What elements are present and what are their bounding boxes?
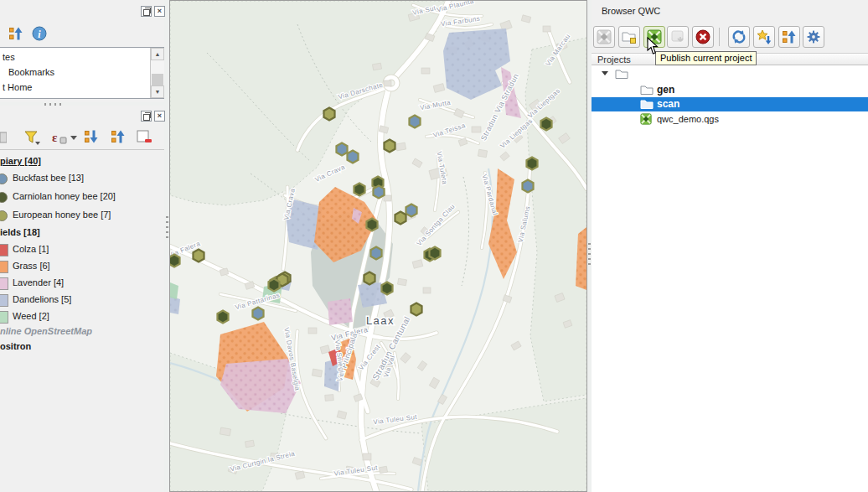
collapse-all-icon[interactable] [8,26,25,43]
save-project-icon [670,29,685,44]
close-panel-button[interactable]: × [154,111,165,122]
apiary-marker [364,272,375,285]
mouse-cursor [647,37,660,55]
project-tree-row-scan[interactable]: scan [592,97,868,111]
apiary-marker [366,219,377,231]
legend-fill-swatch [0,261,8,273]
float-panel-button[interactable] [141,111,152,122]
apiary-marker [540,118,551,131]
add-favorite-button[interactable] [753,26,775,48]
info-icon[interactable]: i [32,26,49,43]
legend-item-label: ields [18] [0,227,40,237]
scrollbar-thumb[interactable] [152,74,163,85]
project-tree-row-qwc_demo-qgs[interactable]: qwc_demo.qgs [592,112,868,127]
scroll-up-button[interactable]: ▲ [151,48,164,60]
add-favorite-icon [757,29,772,44]
apiary-marker [323,108,334,121]
scroll-down-button[interactable]: ▼ [151,85,164,98]
legend-point-swatch [0,192,8,203]
expand-all-icon[interactable] [84,129,101,146]
new-folder-button[interactable] [618,26,640,48]
qwc-browser-panel: Browser QWC genscanqwc_demo.qgs Projects… [592,0,868,492]
refresh-button[interactable] [728,26,750,48]
browser-list-item[interactable]: tes [3,52,15,62]
refresh-icon [731,29,747,44]
remove-layer-icon[interactable] [136,129,152,146]
apiary-marker [268,279,279,292]
collapse-tree-button[interactable] [778,26,800,48]
float-panel-button[interactable] [141,6,152,17]
browser-list-item[interactable]: t Home [3,82,32,92]
map-image: Via DarschateVia SutVia PlauntaVia Farbu… [170,1,586,491]
apiary-marker [411,303,421,316]
legend-fill-swatch [0,294,8,307]
tree-item-label: gen [657,84,674,96]
apiary-marker [429,247,440,260]
apiary-marker [381,282,392,295]
save-project-button[interactable] [667,26,689,48]
collapse-tree-icon [782,29,797,44]
legend-item-label: Lavender [4] [13,277,64,287]
town-label: Laax [366,314,395,327]
expression-filter-icon[interactable]: ε [50,129,77,146]
folder-icon [615,68,628,81]
legend-item-label: Buckfast bee [13] [13,173,84,183]
project-tree-row-gen[interactable]: gen [592,83,868,97]
legend-item-label: piary [40] [0,156,41,166]
legend-point-swatch [0,173,8,184]
apiary-marker [252,308,263,320]
project-tree-row-root[interactable] [592,67,868,81]
legend-item-label: Carniolan honey bee [20] [13,191,116,201]
remove-project-icon [695,29,710,44]
apiary-marker [406,205,416,217]
folder-icon [640,98,654,111]
expand-arrow-icon[interactable] [602,71,608,75]
qgs-icon [640,113,652,127]
load-project-icon [597,29,612,44]
map-panel-splitter[interactable] [588,243,591,267]
browser-panel: × i tesBookmarkst Home ▲ ▼ [0,0,164,102]
legend-item-label: ositron [0,341,31,351]
apiary-marker [347,151,358,163]
apiary-marker [522,180,533,193]
apiary-marker [370,247,381,260]
new-folder-icon [622,29,637,44]
toolbar-separator [719,28,720,46]
apiary-marker [217,311,228,324]
tree-item-label: scan [657,98,679,110]
load-project-button[interactable] [593,26,615,48]
close-panel-button[interactable]: × [154,6,165,17]
filter-legend-icon[interactable] [23,129,40,146]
apiary-marker [409,116,420,128]
legend-item-label: Weed [2] [13,311,49,321]
apiary-marker [336,143,347,156]
layers-legend: piary [40]Buckfast bee [13]Carniolan hon… [0,149,164,492]
browser-list-item[interactable]: Bookmarks [8,67,54,77]
legend-fill-swatch [0,311,8,324]
projects-header-label: Projects [597,54,631,65]
apiary-marker [193,250,204,262]
legend-fill-swatch [0,277,8,290]
tree-item-label: qwc_demo.qgs [657,114,719,124]
remove-project-button[interactable] [692,26,714,48]
layers-panel: × ε piary [40]Buckfast bee [13]Carniolan… [0,106,164,492]
map-canvas[interactable]: Via DarschateVia SutVia PlauntaVia Farbu… [169,0,587,492]
apiary-marker [395,212,406,225]
apiary-marker [354,184,364,196]
tooltip: Publish current project [655,51,757,65]
apiary-marker [384,140,395,153]
settings-icon [806,29,821,44]
field-lavender [328,298,353,325]
settings-button[interactable] [803,26,824,48]
browser-list: tesBookmarkst Home [0,47,164,99]
legend-item-label: Dandelions [5] [13,294,71,304]
apiary-marker [373,186,384,199]
dock-map-splitter[interactable] [166,216,168,240]
legend-point-swatch [0,210,8,221]
apiary-marker [170,255,180,267]
folder-icon [640,84,654,97]
projects-tree: genscanqwc_demo.qgs [592,65,868,492]
collapse-all-icon[interactable] [111,129,127,146]
partial-icon[interactable] [0,129,12,146]
scrollbar[interactable]: ▲ ▼ [150,48,164,98]
